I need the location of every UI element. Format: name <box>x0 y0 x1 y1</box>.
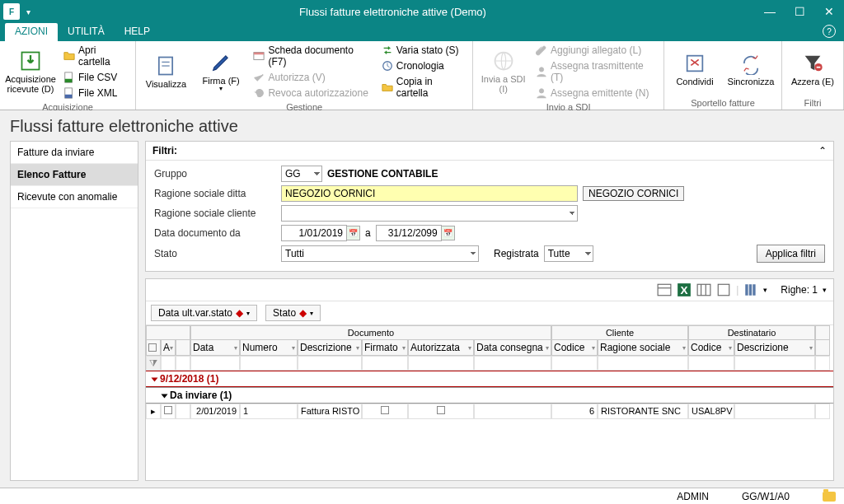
ragione-cliente-select[interactable] <box>281 205 578 222</box>
firma-button[interactable]: Firma (F)▾ <box>196 43 246 100</box>
acquisizione-ricevute-button[interactable]: Acquisizione ricevute (D) <box>5 43 56 100</box>
calendar-icon[interactable]: 📅 <box>442 226 455 240</box>
azzera-label: Azzera (E) <box>791 77 834 86</box>
cell-firmato-checkbox[interactable] <box>381 406 389 414</box>
grid-tool-4-icon[interactable] <box>716 282 731 297</box>
help-icon[interactable]: ? <box>823 25 836 38</box>
grid-tool-1-icon[interactable] <box>657 282 672 297</box>
stato-select[interactable]: Tutti <box>281 245 479 262</box>
aggiungi-allegato-button: Aggiungi allegato (L) <box>533 43 659 58</box>
group-stato-line[interactable]: Da inviare (1) <box>146 387 833 404</box>
funnel-icon <box>801 52 824 75</box>
data-da-input[interactable] <box>281 225 347 241</box>
apri-cartella-button[interactable]: Apri cartella <box>61 43 130 69</box>
menu-azioni[interactable]: AZIONI <box>5 23 58 41</box>
visualizza-label: Visualizza <box>146 79 186 89</box>
menu-help[interactable]: HELP <box>115 23 160 41</box>
card-icon <box>253 50 265 62</box>
varia-stato-button[interactable]: Varia stato (S) <box>379 43 468 58</box>
table-row[interactable]: ▸ 2/01/2019 1 Fattura RISTO 6 RISTORANTE… <box>146 404 833 419</box>
col-dest-codice[interactable]: Codice▾ <box>688 339 734 356</box>
row-indicator: ▸ <box>146 404 161 419</box>
filter-icon[interactable]: ⧩ <box>146 356 161 371</box>
registrata-select[interactable]: Tutte <box>544 245 593 262</box>
svg-rect-23 <box>718 284 729 296</box>
file-csv-button[interactable]: File CSV <box>61 70 130 85</box>
row-checkbox[interactable] <box>164 406 172 414</box>
ribbon-group-gestione: Visualizza Firma (F)▾ Scheda documento (… <box>136 41 473 110</box>
col-descrizione[interactable]: Descrizione▾ <box>298 339 362 356</box>
scheda-documento-button[interactable]: Scheda documento (F7) <box>251 43 373 69</box>
cell-data: 2/01/2019 <box>190 404 240 419</box>
rows-dropdown-icon[interactable]: ▾ <box>823 286 827 294</box>
visualizza-button[interactable]: Visualizza <box>141 43 191 100</box>
svg-rect-16 <box>658 284 671 296</box>
svg-rect-2 <box>65 79 73 82</box>
file-xml-button[interactable]: File XML <box>61 86 130 100</box>
col-numero[interactable]: Numero▾ <box>240 339 298 356</box>
grid-tool-3-icon[interactable] <box>696 282 711 297</box>
folder-icon[interactable] <box>823 492 836 502</box>
app-icon: F <box>3 3 20 20</box>
columns-icon[interactable] <box>743 282 758 297</box>
condividi-button[interactable]: Condividi <box>669 43 720 96</box>
clock-icon <box>382 60 393 72</box>
svg-rect-25 <box>749 284 752 296</box>
col-data-consegna[interactable]: Data consegna▾ <box>474 339 551 356</box>
nav-elenco-fatture[interactable]: Elenco Fatture <box>11 164 138 186</box>
pen-icon <box>209 51 232 74</box>
download-icon <box>19 49 42 72</box>
select-all-checkbox[interactable] <box>148 343 157 352</box>
sincronizza-button[interactable]: Sincronizza <box>725 43 776 96</box>
close-button[interactable]: ✕ <box>814 0 844 23</box>
cell-autorizzata-checkbox[interactable] <box>437 406 445 414</box>
main-area: Flussi fatture elettroniche attive Fattu… <box>0 110 844 488</box>
title-bar: F ▾ Flussi fatture elettroniche attive (… <box>0 0 844 23</box>
col-data[interactable]: Data▾ <box>190 339 240 356</box>
firma-label: Firma (F) <box>203 76 240 86</box>
maximize-button[interactable]: ☐ <box>785 0 814 23</box>
gruppo-select[interactable]: GG <box>281 166 322 182</box>
cell-ragione: RISTORANTE SNC <box>598 404 688 419</box>
azzera-button[interactable]: Azzera (E) <box>787 43 838 96</box>
collapse-icon[interactable]: ⌃ <box>818 145 827 156</box>
nav-ricevute-anomalie[interactable]: Ricevute con anomalie <box>11 186 138 208</box>
ribbon-label-sportello: Sportello fatture <box>669 96 776 108</box>
excel-icon[interactable]: X <box>677 282 692 297</box>
menu-utilita[interactable]: UTILITÀ <box>58 23 115 41</box>
assegna-emittente-button: Assegna emittente (N) <box>533 86 659 100</box>
col-autorizzata[interactable]: Autorizzata▾ <box>408 339 474 356</box>
csv-icon <box>63 72 75 83</box>
copy-folder-icon <box>382 82 393 93</box>
col-ragione[interactable]: Ragione sociale▾ <box>598 339 688 356</box>
ragione-ditta-input[interactable] <box>281 185 578 202</box>
copia-cartella-button[interactable]: Copia in cartella <box>379 74 468 100</box>
status-bar: ADMIN GG/W1/A0 <box>0 488 844 504</box>
super-cliente: Cliente <box>551 325 688 339</box>
svg-point-13 <box>539 89 543 93</box>
col-firmato[interactable]: Firmato▾ <box>362 339 408 356</box>
group-pill-1[interactable]: Data ult.var.stato◆▾ <box>151 305 257 321</box>
group-date-line[interactable]: 9/12/2018 (1) <box>146 371 833 387</box>
status-user: ADMIN <box>677 491 709 502</box>
minimize-button[interactable]: — <box>755 0 785 23</box>
filter-header: Filtri: <box>152 145 177 156</box>
data-a-input[interactable] <box>376 225 442 241</box>
swap-icon <box>382 44 393 56</box>
ribbon-group-sportello: Condividi Sincronizza Sportello fatture <box>664 41 782 110</box>
cronologia-button[interactable]: Cronologia <box>379 58 468 73</box>
ragione-ditta-badge: NEGOZIO CORNICI <box>583 186 684 201</box>
calendar-icon[interactable]: 📅 <box>347 226 360 240</box>
svg-rect-20 <box>697 284 710 296</box>
grid-headers: A▾ Data▾ Numero▾ Descrizione▾ Firmato▾ A… <box>146 339 833 356</box>
nav-fatture-da-inviare[interactable]: Fatture da inviare <box>11 142 138 164</box>
col-dest-descr[interactable]: Descrizione▾ <box>734 339 815 356</box>
group-pill-2[interactable]: Stato◆▾ <box>265 305 321 321</box>
super-destinatario: Destinatario <box>688 325 815 339</box>
col-a[interactable]: A▾ <box>161 339 176 356</box>
menu-bar: AZIONI UTILITÀ HELP ? <box>0 23 844 41</box>
col-codice[interactable]: Codice▾ <box>551 339 598 356</box>
user-icon <box>536 66 547 77</box>
applica-filtri-button[interactable]: Applica filtri <box>757 245 825 263</box>
registrata-label: Registrata <box>494 248 539 259</box>
